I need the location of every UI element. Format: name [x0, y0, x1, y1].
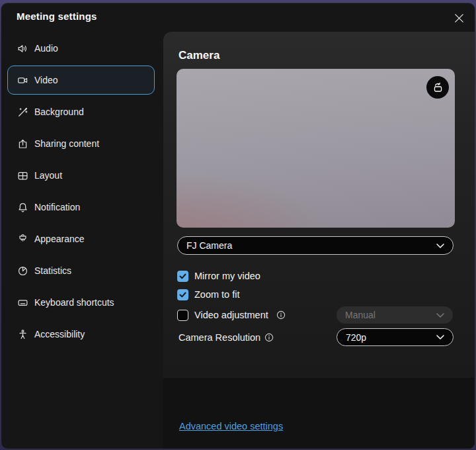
video-adjustment-info-icon[interactable]: [276, 310, 286, 320]
dialog-title: Meeting settings: [17, 11, 97, 22]
keyboard-icon: [17, 297, 28, 308]
zoom-to-fit-row: Zoom to fit: [177, 289, 240, 300]
video-adjustment-checkbox[interactable]: [177, 310, 188, 321]
advanced-video-settings-link[interactable]: Advanced video settings: [179, 421, 283, 431]
sidebar-item-keyboard-shortcuts[interactable]: Keyboard shortcuts: [7, 288, 155, 317]
chevron-down-icon: [436, 244, 444, 248]
sidebar-item-label: Notification: [34, 202, 80, 212]
video-adjustment-row: Video adjustment: [177, 309, 286, 321]
sidebar-item-notification[interactable]: Notification: [7, 193, 155, 222]
close-icon: [454, 13, 464, 23]
speaker-icon: [17, 43, 28, 54]
sidebar-item-sharing-content[interactable]: Sharing content: [7, 129, 155, 158]
chevron-down-icon: [436, 335, 444, 339]
sidebar-item-audio[interactable]: Audio: [7, 34, 155, 63]
sidebar-item-appearance[interactable]: Appearance: [7, 224, 155, 253]
camera-resolution-select[interactable]: 720p: [337, 328, 454, 346]
flip-camera-button[interactable]: [426, 76, 449, 99]
zoom-to-fit-label: Zoom to fit: [194, 289, 240, 300]
video-camera-icon: [17, 75, 28, 86]
video-settings-panel: Camera FJ Camera Mirror my video: [163, 32, 475, 449]
grid-icon: [17, 170, 28, 181]
sidebar-item-statistics[interactable]: Statistics: [7, 256, 155, 285]
pie-chart-icon: [17, 265, 28, 277]
magic-wand-icon: [17, 107, 28, 118]
mirror-video-row: Mirror my video: [177, 270, 260, 282]
sidebar-item-label: Sharing content: [34, 138, 99, 149]
camera-resolution-value: 720p: [346, 332, 366, 343]
sidebar-item-label: Video: [34, 75, 58, 85]
video-adjustment-mode-select[interactable]: Manual: [337, 306, 453, 324]
sidebar-item-accessibility[interactable]: Accessibility: [7, 320, 155, 349]
video-adjustment-mode-value: Manual: [345, 310, 376, 320]
sidebar-item-label: Statistics: [34, 265, 71, 276]
close-button[interactable]: [450, 9, 467, 26]
settings-sidebar: Audio Video Background Sharing content L: [1, 32, 163, 449]
accessibility-icon: [17, 329, 28, 340]
sidebar-item-label: Appearance: [34, 234, 85, 244]
sidebar-item-layout[interactable]: Layout: [7, 161, 155, 190]
camera-resolution-row: Camera Resolution: [178, 332, 274, 343]
camera-resolution-info-icon[interactable]: [264, 333, 274, 342]
sidebar-item-label: Background: [34, 107, 84, 117]
video-adjustment-label: Video adjustment: [194, 310, 268, 320]
sidebar-item-label: Accessibility: [34, 329, 85, 339]
mirror-video-label: Mirror my video: [194, 271, 260, 281]
mirror-video-checkbox[interactable]: [177, 271, 188, 282]
camera-device-select[interactable]: FJ Camera: [177, 236, 454, 255]
sidebar-item-label: Audio: [34, 43, 58, 54]
flip-camera-icon: [432, 81, 444, 94]
bell-icon: [17, 202, 28, 213]
share-icon: [17, 138, 28, 150]
chevron-down-icon: [436, 313, 444, 318]
sidebar-item-video[interactable]: Video: [7, 66, 155, 95]
camera-preview: [177, 69, 455, 228]
meeting-settings-dialog: Meeting settings Audio Video Background: [1, 3, 475, 449]
zoom-to-fit-checkbox[interactable]: [177, 289, 188, 300]
camera-device-value: FJ Camera: [186, 240, 232, 251]
sidebar-item-background[interactable]: Background: [7, 97, 155, 126]
camera-resolution-label: Camera Resolution: [178, 332, 260, 343]
paintbrush-icon: [17, 234, 28, 245]
sidebar-item-label: Layout: [34, 170, 62, 181]
sidebar-item-label: Keyboard shortcuts: [34, 297, 114, 308]
section-title: Camera: [178, 49, 219, 62]
